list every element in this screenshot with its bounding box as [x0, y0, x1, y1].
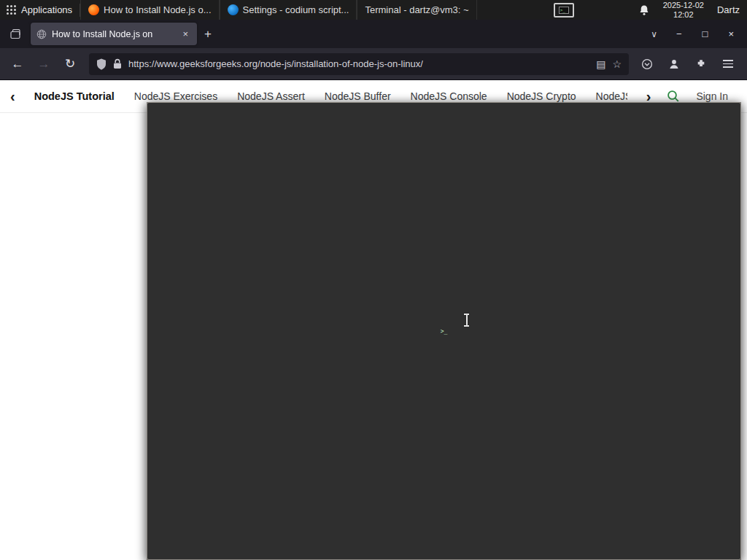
extensions-puzzle-icon: [695, 58, 707, 70]
nav-item-nodejs-crypto[interactable]: NodeJS Crypto: [507, 90, 576, 102]
extensions-button[interactable]: [691, 54, 711, 74]
browser-tab-active[interactable]: How to Install Node.js on ×: [31, 23, 197, 45]
window-minimize-button[interactable]: −: [667, 26, 691, 42]
nav-scroll-left-button[interactable]: ‹: [10, 89, 15, 104]
nav-item-nodejs-buffer[interactable]: NodeJS Buffer: [325, 90, 391, 102]
nav-item-nodejs-tutorial[interactable]: NodeJS Tutorial: [34, 90, 115, 102]
save-to-pocket-button[interactable]: [637, 54, 657, 74]
url-text: https://www.geeksforgeeks.org/node-js/in…: [128, 58, 423, 69]
list-all-tabs-button[interactable]: ∨: [643, 26, 665, 42]
session-user-label: Dartz: [717, 4, 740, 15]
tab-bar: How to Install Node.js on × + ∨ − □ ×: [0, 20, 747, 48]
reload-button[interactable]: ↻: [58, 53, 82, 75]
applications-grid-icon: [6, 4, 17, 15]
panel-clock[interactable]: 2025-12-02 12:02: [663, 1, 704, 19]
nav-item-nodejs-assert[interactable]: NodeJS Assert: [237, 90, 305, 102]
account-button[interactable]: [664, 54, 684, 74]
firefox-icon: [88, 4, 99, 15]
nav-scroll-right-button[interactable]: ›: [646, 89, 651, 104]
gfg-nav-right: › Sign In: [646, 89, 728, 104]
firefox-view-button[interactable]: [4, 24, 26, 44]
taskbar-button-terminal[interactable]: >_Terminal - dartz@vm3: ~: [357, 0, 476, 20]
workspace-window-thumb: >_: [559, 7, 569, 14]
tabbar-controls: ∨ − □ ×: [643, 26, 743, 42]
sign-in-button[interactable]: Sign In: [696, 90, 728, 102]
forward-button[interactable]: →: [32, 53, 55, 75]
taskbar-button-label: How to Install Node.js o...: [104, 4, 211, 15]
nav-item-nodejs-exercises[interactable]: NodeJS Exercises: [134, 90, 217, 102]
firefox-view-icon: [10, 29, 21, 39]
window-close-button[interactable]: ×: [719, 26, 743, 42]
applications-menu-label: Applications: [21, 4, 72, 15]
top-panel: Applications How to Install Node.js o...…: [0, 0, 747, 20]
applications-menu-button[interactable]: Applications: [0, 0, 80, 20]
nav-item-nodejs-dns[interactable]: NodeJS DNS: [596, 90, 627, 102]
terminal-icon: >_: [147, 102, 741, 560]
search-icon[interactable]: [667, 90, 680, 103]
tab-title: How to Install Node.js on: [52, 29, 174, 39]
new-tab-button[interactable]: +: [197, 26, 219, 43]
account-person-icon: [668, 58, 680, 70]
tracking-protection-shield-icon[interactable]: [96, 58, 107, 70]
nav-item-nodejs-console[interactable]: NodeJS Console: [411, 90, 487, 102]
reader-mode-icon[interactable]: ▤: [596, 58, 605, 70]
clock-date: 2025-12-02: [663, 1, 704, 10]
url-bar[interactable]: https://www.geeksforgeeks.org/node-js/in…: [89, 53, 629, 75]
pocket-icon: [641, 58, 653, 70]
back-button[interactable]: ←: [6, 53, 29, 75]
gfg-nav-items: NodeJS TutorialNodeJS ExercisesNodeJS As…: [34, 90, 627, 102]
taskbar-button-firefox[interactable]: How to Install Node.js o...: [80, 0, 219, 20]
toolbar-right-icons: [637, 54, 741, 74]
bookmark-star-icon[interactable]: ☆: [612, 58, 622, 70]
lock-icon[interactable]: [113, 58, 122, 69]
workspace-switcher[interactable]: >_: [554, 3, 574, 18]
taskbar-button-codium[interactable]: Settings - codium script...: [220, 0, 357, 20]
navigation-toolbar: ← → ↻ https://www.geeksforgeeks.org/node…: [0, 48, 747, 80]
clock-time: 12:02: [663, 10, 704, 20]
window-restore-button[interactable]: □: [694, 26, 717, 42]
taskbar-button-label: Terminal - dartz@vm3: ~: [365, 4, 468, 15]
taskbar-button-label: Settings - codium script...: [243, 4, 349, 15]
codium-icon: [228, 4, 239, 15]
desktop: Applications How to Install Node.js o...…: [0, 0, 747, 560]
tab-favicon-globe-icon: [36, 29, 47, 39]
notification-bell-icon[interactable]: [638, 4, 650, 16]
app-menu-button[interactable]: [718, 54, 738, 74]
hamburger-icon: [723, 60, 733, 68]
tab-close-button[interactable]: ×: [179, 28, 191, 40]
panel-tray: >_ 2025-12-02 12:02 Dartz: [554, 1, 747, 19]
window-taskbar: How to Install Node.js o...Settings - co…: [80, 0, 477, 20]
